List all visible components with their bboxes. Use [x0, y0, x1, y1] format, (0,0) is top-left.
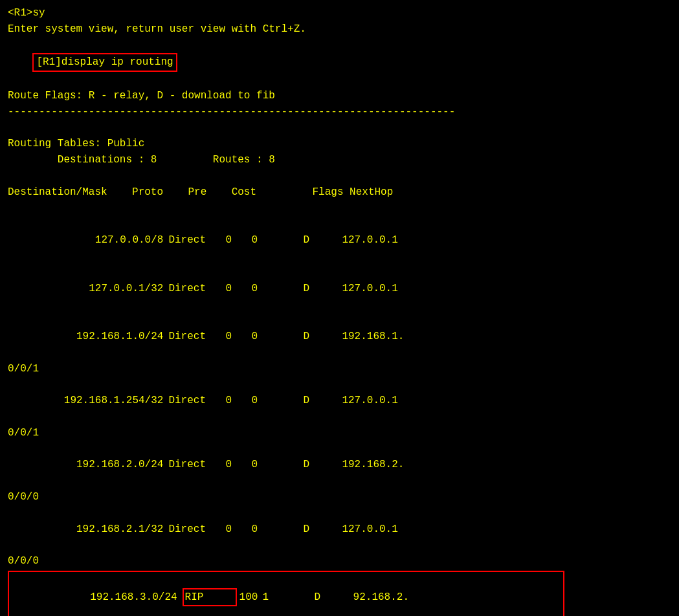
- route-row-4: 192.168.1.254/32Direct00D127.0.0.1: [8, 377, 671, 424]
- line-destinations: Destinations : 8 Routes : 8: [8, 152, 671, 168]
- line-routing-tables: Routing Tables: Public: [8, 136, 671, 152]
- pre-5: 0: [225, 457, 251, 473]
- flags-7: D: [315, 589, 353, 606]
- proto-1: Direct: [168, 232, 225, 248]
- flags-5: D: [303, 457, 342, 473]
- route-row-6: 192.168.2.1/32Direct00D127.0.0.1: [8, 505, 671, 553]
- dest-2: 127.0.0.1/32: [32, 281, 168, 297]
- line-header: Destination/Mask Proto Pre Cost Flags Ne…: [8, 184, 671, 201]
- proto-2: Direct: [168, 281, 225, 297]
- pre-2: 0: [225, 281, 251, 297]
- flags-1: D: [303, 232, 342, 248]
- route-row-3: 192.168.1.0/24Direct00D192.168.1.: [8, 313, 671, 360]
- cost-7: 1: [263, 589, 315, 606]
- line-empty-3: [8, 201, 671, 217]
- proto-5: Direct: [168, 457, 225, 473]
- route-row-3-wrap: 0/0/1: [8, 361, 671, 377]
- line-empty-2: [8, 168, 671, 184]
- nexthop-5: 192.168.2.: [342, 459, 404, 470]
- dest-6: 192.168.2.1/32: [53, 522, 168, 538]
- dest-5: 192.168.2.0/24: [53, 457, 168, 473]
- pre-7: 100: [237, 589, 263, 606]
- pre-3: 0: [225, 329, 251, 345]
- cost-4: 0: [251, 393, 303, 409]
- command-highlight-box: [R1]display ip routing: [32, 53, 177, 72]
- cost-2: 0: [251, 281, 303, 297]
- dest-3: 192.168.1.0/24: [32, 329, 168, 345]
- flags-2: D: [303, 281, 342, 297]
- route-row-1: 127.0.0.0/8Direct00D127.0.0.1: [8, 216, 671, 264]
- route-row-5: 192.168.2.0/24Direct00D192.168.2.: [8, 441, 671, 489]
- nexthop-4: 127.0.0.1: [342, 395, 397, 406]
- nexthop-7: 92.168.2.: [353, 591, 409, 603]
- line-separator: ----------------------------------------…: [8, 104, 671, 120]
- route-row-4-wrap: 0/0/1: [8, 425, 671, 441]
- pre-6: 0: [225, 522, 251, 538]
- terminal: <R1>sy Enter system view, return user vi…: [0, 0, 679, 616]
- dest-7: 192.168.3.0/24: [67, 589, 183, 606]
- line-route-flags: Route Flags: R - relay, D - download to …: [8, 88, 671, 104]
- nexthop-6: 127.0.0.1: [342, 523, 397, 535]
- proto-4: Direct: [168, 393, 225, 409]
- route-row-5-wrap: 0/0/0: [8, 489, 671, 505]
- route-row-7: 192.168.3.0/24RIP1001D92.168.2.: [9, 572, 563, 616]
- pre-1: 0: [225, 232, 251, 248]
- line-command: [R1]display ip routing: [8, 38, 671, 88]
- pre-4: 0: [225, 393, 251, 409]
- proto-highlight-7: RIP: [183, 588, 237, 607]
- cost-1: 0: [251, 232, 303, 248]
- flags-4: D: [303, 393, 342, 409]
- nexthop-1: 127.0.0.1: [342, 234, 397, 246]
- flags-3: D: [303, 329, 342, 345]
- line-empty-1: [8, 120, 671, 137]
- line-enter-system: Enter system view, return user view with…: [8, 21, 671, 38]
- dest-4: 192.168.1.254/32: [53, 393, 168, 409]
- cost-6: 0: [251, 522, 303, 538]
- route-row-6-wrap: 0/0/0: [8, 553, 671, 569]
- proto-6: Direct: [168, 522, 225, 538]
- nexthop-2: 127.0.0.1: [342, 283, 397, 294]
- line-sy: <R1>sy: [8, 5, 671, 21]
- nexthop-3: 192.168.1.: [342, 331, 404, 342]
- cost-3: 0: [251, 329, 303, 345]
- rip-highlight-box: 192.168.3.0/24RIP1001D92.168.2. 0/0/0 19…: [8, 571, 564, 616]
- route-row-2: 127.0.0.1/32Direct00D127.0.0.1: [8, 265, 671, 313]
- proto-3: Direct: [168, 329, 225, 345]
- dest-1: 127.0.0.0/8: [32, 232, 168, 248]
- flags-6: D: [303, 522, 342, 538]
- cost-5: 0: [251, 457, 303, 473]
